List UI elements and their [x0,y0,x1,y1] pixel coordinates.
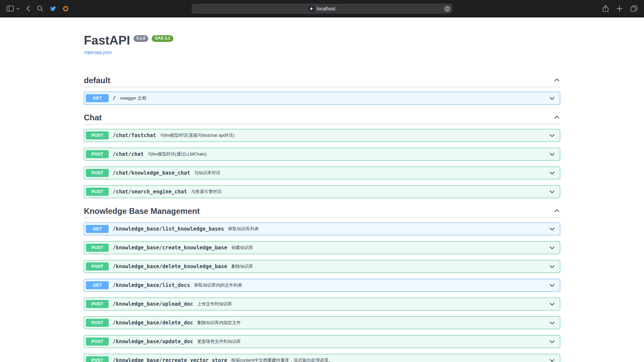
tag-section-chat: Chat POST /chat/fastchat 与llm模型对话(直接与fas… [84,111,560,198]
new-tab-icon[interactable] [616,6,623,12]
operation-path: /knowledge_base/list_docs [113,282,190,288]
method-badge: POST [86,150,109,158]
api-info: FastAPI 0.1.0 OAS 3.1 [84,34,560,47]
tag-header-default[interactable]: default [84,73,560,87]
operation-summary: 上传文件到知识库 [197,301,232,307]
search-icon[interactable] [37,5,43,12]
operation-path: /chat/fastchat [113,132,156,138]
share-icon[interactable] [603,5,608,12]
operation-summary: 删除知识库 [231,263,253,269]
chevron-down-icon[interactable] [549,338,555,345]
operation-summary: 获取知识库内的文件列表 [194,282,242,288]
operation-row[interactable]: POST /knowledge_base/upload_doc 上传文件到知识库 [84,298,560,310]
pinned-tab-blue-icon[interactable] [50,6,56,11]
browser-toolbar: localhost [0,0,644,17]
operation-summary: 删除知识库内指定文件 [197,320,241,326]
site-favicon-icon [309,6,314,12]
operation-summary: 更新现有文件到知识库 [197,339,241,345]
tag-title: Knowledge Base Management [84,206,200,216]
operation-path: /knowledge_base/list_knowledge_bases [113,226,224,232]
sidebar-toggle-icon[interactable] [7,6,14,11]
chevron-down-icon[interactable] [549,132,555,139]
operation-path: /chat/search_engine_chat [113,189,187,195]
method-badge: POST [86,356,109,362]
chevron-down-icon[interactable] [549,319,555,326]
tag-title: default [84,75,110,85]
operation-row[interactable]: GET / swagger 文档 [84,92,560,105]
operation-row[interactable]: GET /knowledge_base/list_docs 获取知识库内的文件列… [84,279,560,292]
page-title: FastAPI [84,34,130,47]
method-badge: POST [86,188,109,196]
operation-row[interactable]: POST /chat/knowledge_base_chat 与知识库对话 [84,167,560,179]
operation-row[interactable]: POST /knowledge_base/create_knowledge_ba… [84,241,560,254]
chevron-up-icon[interactable] [553,77,560,83]
tag-header-chat[interactable]: Chat [84,111,560,124]
method-badge: GET [86,281,109,289]
chevron-down-icon[interactable] [549,357,555,362]
chevron-down-icon[interactable] [549,226,555,232]
operation-path: /knowledge_base/delete_knowledge_base [113,263,227,269]
address-text: localhost [317,6,335,11]
operation-summary: 与知识库对话 [194,170,220,176]
chevron-down-icon[interactable] [549,263,555,270]
operation-row[interactable]: POST /chat/search_engine_chat 与搜索引擎对话 [84,185,560,198]
method-badge: POST [86,319,109,327]
operation-row[interactable]: POST /knowledge_base/delete_knowledge_ba… [84,260,560,273]
tag-title: Chat [84,113,102,122]
chevron-down-icon[interactable] [549,301,555,307]
operation-summary: 与搜索引擎对话 [191,189,222,195]
version-badge: 0.1.0 [133,35,149,42]
tag-header-knowledge-base[interactable]: Knowledge Base Management [84,204,560,218]
method-badge: POST [86,244,109,252]
operation-path: / [113,95,116,101]
method-badge: POST [86,300,109,308]
operation-row[interactable]: POST /knowledge_base/update_doc 更新现有文件到知… [84,335,560,348]
chevron-down-icon[interactable] [549,170,555,176]
operation-path: /knowledge_base/update_doc [113,339,193,345]
tag-section-default: default GET / swagger 文档 [84,73,560,105]
operation-summary: swagger 文档 [120,95,146,101]
swagger-page: FastAPI 0.1.0 OAS 3.1 /openapi.json defa… [84,34,560,362]
operation-row[interactable]: POST /knowledge_base/delete_doc 删除知识库内指定… [84,316,560,329]
operation-path: /knowledge_base/delete_doc [113,320,193,326]
operation-summary: 与llm模型对话(直接与fastchat api对话) [160,132,234,138]
chevron-down-icon[interactable] [549,95,555,102]
oas-badge: OAS 3.1 [152,35,173,42]
chevron-down-icon[interactable] [549,188,555,195]
method-badge: POST [86,338,109,346]
operation-path: /knowledge_base/upload_doc [113,301,193,307]
operation-row[interactable]: POST /knowledge_base/recreate_vector_sto… [84,354,560,362]
operation-row[interactable]: POST /chat/fastchat 与llm模型对话(直接与fastchat… [84,129,560,142]
operation-row[interactable]: POST /chat/chat 与llm模型对话(通过LLMChain) [84,148,560,161]
method-badge: POST [86,169,109,177]
chevron-down-icon[interactable] [549,151,555,158]
tab-overview-icon[interactable] [631,5,637,12]
operation-summary: 根据content中文档重建向量库，流式输出处理进度。 [231,357,333,362]
operation-path: /chat/chat [113,151,144,157]
openapi-spec-link[interactable]: /openapi.json [84,50,112,55]
back-icon[interactable] [26,5,30,12]
tag-section-knowledge-base: Knowledge Base Management GET /knowledge… [84,204,560,362]
sidebar-chevron-icon[interactable] [16,8,19,10]
method-badge: GET [86,94,109,102]
page-menu-icon[interactable] [444,6,450,12]
method-badge: POST [86,131,109,139]
method-badge: POST [86,262,109,270]
operation-row[interactable]: GET /knowledge_base/list_knowledge_bases… [84,223,560,235]
operation-path: /chat/knowledge_base_chat [113,170,190,176]
operation-summary: 获取知识库列表 [228,226,259,232]
address-bar[interactable]: localhost [192,4,452,14]
chevron-up-icon[interactable] [553,207,560,214]
operation-path: /knowledge_base/create_knowledge_base [113,245,227,251]
chevron-down-icon[interactable] [549,244,555,251]
pinned-tab-orange-icon[interactable] [63,6,69,12]
operation-summary: 与llm模型对话(通过LLMChain) [148,151,207,157]
method-badge: GET [86,225,109,233]
operation-path: /knowledge_base/recreate_vector_store [113,357,227,362]
operation-summary: 创建知识库 [231,245,253,251]
chevron-up-icon[interactable] [553,114,560,121]
chevron-down-icon[interactable] [549,282,555,289]
